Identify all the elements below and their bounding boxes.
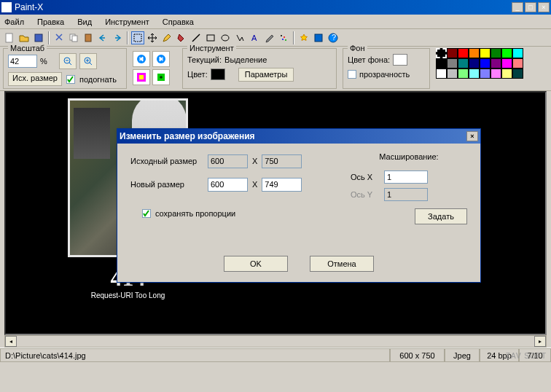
fill-tool-icon[interactable] [175,31,188,44]
polygon-tool-icon[interactable] [233,31,246,44]
axis-x-input[interactable] [384,170,428,184]
palette-swatch[interactable] [501,58,512,68]
orig-size-button[interactable]: Исх. размер [8,72,62,86]
nav-first-button[interactable] [133,51,150,67]
palette-swatch[interactable] [436,58,447,68]
open-icon[interactable] [17,31,31,44]
palette-swatch[interactable] [480,68,491,79]
menu-file[interactable]: Файл [4,17,24,26]
minimize-button[interactable]: _ [512,2,523,12]
menu-help[interactable]: Справка [163,17,194,26]
nav-resize-button[interactable] [152,69,170,85]
copy-icon[interactable] [67,31,80,44]
dialog-title: Изменить размер изображения [120,131,466,141]
palette-swatch[interactable] [447,48,458,58]
palette-swatch[interactable] [512,68,523,79]
svg-rect-5 [134,34,141,42]
color-swatch[interactable] [211,68,225,80]
move-tool-icon[interactable] [146,31,159,44]
svg-point-12 [285,39,286,41]
ellipse-tool-icon[interactable] [219,31,232,44]
pen-tool-icon[interactable] [160,31,173,44]
palette-swatch[interactable] [458,48,469,58]
new-size-label: Новый размер [130,180,203,189]
current-tool-label: Текущий: [187,55,222,64]
palette-swatch[interactable] [469,68,480,79]
palette-swatch[interactable] [469,58,480,68]
line-tool-icon[interactable] [189,31,203,44]
instrument-legend: Инструмент [187,44,236,52]
favorite-icon[interactable] [297,31,310,44]
svg-point-10 [284,36,285,38]
zoom-input[interactable] [8,55,37,68]
src-height-input [262,154,302,168]
nav-crop-button[interactable] [133,69,150,85]
palette-swatch[interactable] [436,68,447,79]
palette-swatch[interactable] [480,48,491,58]
maximize-button[interactable]: □ [525,2,536,12]
svg-rect-21 [139,75,144,79]
bgcolor-swatch[interactable] [393,54,407,66]
palette-swatch[interactable] [491,58,501,68]
keep-ratio-checkbox[interactable] [142,209,151,218]
background-panel: Фон Цвет фона: прозрачность [343,48,430,89]
palette-swatch[interactable] [469,48,480,58]
keep-ratio-label: сохранять пропорции [155,209,235,218]
svg-rect-13 [315,34,322,42]
horizontal-scrollbar[interactable]: ◂ ▸ [4,335,547,348]
ok-button[interactable]: OK [224,256,288,272]
status-format: Jpeg [445,348,480,362]
cancel-button[interactable]: Отмена [310,256,374,272]
cut-icon[interactable] [52,31,66,44]
palette-swatch[interactable] [501,68,512,79]
new-width-input[interactable] [208,178,248,192]
svg-rect-1 [35,34,42,42]
nav-last-button[interactable] [152,51,170,67]
palette-swatch[interactable] [501,48,512,58]
redo-icon[interactable] [111,31,124,44]
scroll-left-icon[interactable]: ◂ [5,336,17,347]
palette-swatch[interactable] [458,68,469,79]
effects-icon[interactable] [312,31,325,44]
new-height-input[interactable] [262,178,302,192]
close-button[interactable]: × [538,2,550,12]
palette-swatch[interactable] [458,58,469,68]
palette-swatch[interactable] [491,68,501,79]
x-separator: X [252,180,257,189]
scaling-header: Масширование: [351,152,467,161]
scroll-right-icon[interactable]: ▸ [534,336,546,347]
text-tool-icon[interactable]: A [248,31,261,44]
eyedropper-icon[interactable] [262,31,276,44]
save-icon[interactable] [32,31,45,44]
zoom-out-button[interactable] [59,53,77,69]
palette-swatch[interactable] [447,58,458,68]
palette-swatch[interactable] [512,58,523,68]
palette-swatch[interactable] [491,48,501,58]
palette-swatch[interactable] [480,58,491,68]
window-title: Paint-X [15,2,512,12]
menu-tool[interactable]: Инструмент [105,17,149,26]
src-width-input [208,154,248,168]
select-tool-icon[interactable] [131,31,144,44]
params-button[interactable]: Параметры [238,68,294,82]
paste-icon[interactable] [82,31,95,44]
zoom-in-button[interactable] [79,53,97,69]
new-icon[interactable] [3,31,16,44]
palette-swatch[interactable] [447,68,458,79]
separator [127,31,128,44]
menu-edit[interactable]: Правка [37,17,64,26]
current-tool-value: Выделение [224,55,267,64]
palette-swatch[interactable] [436,48,447,58]
rect-tool-icon[interactable] [204,31,217,44]
help-icon[interactable]: ? [327,31,340,44]
zoom-legend: Масштаб [8,44,47,52]
spray-tool-icon[interactable] [277,31,290,44]
dialog-titlebar[interactable]: Изменить размер изображения × [117,129,480,144]
set-button[interactable]: Задать [415,208,467,224]
transparency-checkbox[interactable] [348,70,356,79]
palette-swatch[interactable] [512,48,523,58]
dialog-close-button[interactable]: × [466,131,478,141]
menu-view[interactable]: Вид [77,17,92,26]
undo-icon[interactable] [96,31,109,44]
fit-checkbox[interactable] [66,75,75,84]
